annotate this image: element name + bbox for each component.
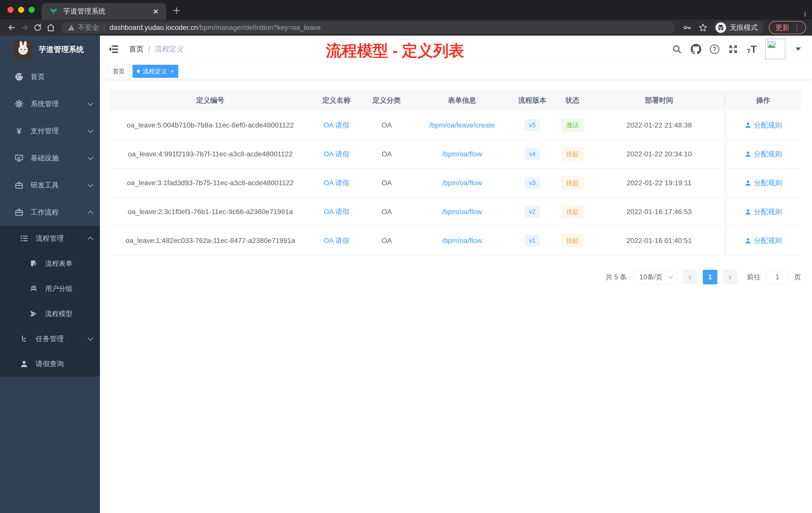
- user-icon: [745, 122, 752, 129]
- sidebar-item-payment[interactable]: ¥ 支付管理: [0, 117, 100, 145]
- sidebar-item-infra[interactable]: 基础设施: [0, 145, 100, 172]
- browser-toolbar: 不安全 dashboard.yudao.iocoder.cn/bpm/manag…: [0, 20, 812, 36]
- font-size-icon[interactable]: TT: [747, 44, 757, 54]
- fullscreen-icon[interactable]: [728, 44, 738, 55]
- status-badge: 挂起: [561, 234, 583, 247]
- sidebar-item-process-form[interactable]: 流程表单: [0, 251, 100, 276]
- user-icon: [745, 208, 752, 215]
- avatar-caret-icon[interactable]: [795, 48, 801, 51]
- back-icon[interactable]: [6, 22, 17, 33]
- tab-close-icon[interactable]: ×: [151, 6, 160, 16]
- sidebar-fold-icon[interactable]: [108, 44, 119, 55]
- sidebar: 芋道管理系统 首页 系统管理 ¥ 支付管理: [0, 36, 100, 513]
- window-controls: [0, 0, 42, 20]
- breadcrumb-home[interactable]: 首页: [129, 44, 144, 54]
- version-badge: v2: [525, 206, 540, 218]
- forward-icon[interactable]: [19, 22, 30, 33]
- reload-icon[interactable]: [32, 22, 43, 33]
- assign-rule-link[interactable]: 分配规则: [745, 120, 782, 130]
- sidebar-item-home[interactable]: 首页: [0, 63, 100, 90]
- sidebar-item-label: 支付管理: [31, 126, 88, 136]
- deploy-time: 2022-01-22 19:19:11: [592, 169, 726, 197]
- tag-label: 流程定义: [143, 67, 167, 75]
- dashboard-icon: [14, 72, 24, 81]
- sidebar-item-workflow[interactable]: 工作流程: [0, 199, 100, 226]
- help-icon[interactable]: ?: [710, 44, 719, 54]
- new-tab-button[interactable]: +: [173, 4, 180, 17]
- security-status[interactable]: 不安全: [68, 23, 99, 32]
- form-info-link[interactable]: /bpm/oa/flow: [442, 179, 482, 187]
- definition-table: 定义编号 定义名称 定义分类 表单信息 流程版本 状态 部署时间 操作 oa_l…: [109, 90, 801, 255]
- status-badge: 挂起: [561, 176, 583, 189]
- sidebar-item-label: 用户分组: [45, 284, 92, 293]
- user-icon: [745, 179, 752, 186]
- sidebar-menu: 首页 系统管理 ¥ 支付管理 基础设施: [0, 63, 100, 376]
- assign-rule-link[interactable]: 分配规则: [745, 149, 782, 159]
- search-icon[interactable]: [672, 44, 682, 55]
- annotation-overlay-text: 流程模型 - 定义列表: [326, 40, 464, 61]
- send-icon: [29, 309, 38, 318]
- column-header: 部署时间: [592, 90, 726, 111]
- logo-avatar: [14, 40, 32, 58]
- definition-id: oa_leave:4:991f2193-7b7f-11ec-a3c8-acde4…: [109, 140, 311, 168]
- users-icon: [29, 284, 38, 293]
- definition-id: oa_leave:2:3c1f0ef1-76b1-11ec-9c66-a2380…: [109, 198, 311, 226]
- sidebar-item-devtools[interactable]: 研发工具: [0, 172, 100, 199]
- goto-page-input[interactable]: [766, 270, 789, 284]
- assign-rule-link[interactable]: 分配规则: [745, 178, 782, 188]
- form-info-link[interactable]: /bpm/oa/flow: [442, 208, 482, 216]
- form-info-link[interactable]: /bpm/oa/flow: [442, 150, 482, 158]
- next-page-button[interactable]: ›: [723, 270, 737, 284]
- definition-name-link[interactable]: OA 请假: [324, 149, 349, 159]
- chevron-up-icon: [88, 211, 93, 216]
- tag-home[interactable]: 首页: [108, 65, 129, 78]
- column-header: 定义分类: [361, 90, 412, 111]
- deploy-time: 2022-01-22 21:48:38: [592, 111, 726, 139]
- definition-name-link[interactable]: OA 请假: [324, 207, 349, 217]
- browser-tabstrip: 芋道管理系统 × +: [0, 0, 812, 20]
- home-icon[interactable]: [45, 22, 56, 33]
- page-number-1[interactable]: 1: [703, 270, 717, 284]
- goto-label: 前往: [747, 273, 760, 281]
- close-window-button[interactable]: [7, 7, 13, 13]
- sidebar-item-process-mgmt[interactable]: 流程管理: [0, 226, 100, 251]
- sidebar-item-leave-query[interactable]: 请假查询: [0, 351, 100, 376]
- chrome-update-button[interactable]: 更新 ⋮: [769, 21, 806, 34]
- definition-name-link[interactable]: OA 请假: [324, 120, 349, 130]
- prev-page-button[interactable]: ‹: [683, 270, 697, 284]
- incognito-label: 无痕模式: [730, 23, 758, 32]
- form-info-link[interactable]: /bpm/oa/flow: [442, 237, 482, 245]
- browser-tab[interactable]: 芋道管理系统 ×: [42, 3, 166, 20]
- minimize-window-button[interactable]: [18, 7, 24, 13]
- sidebar-item-label: 首页: [31, 72, 92, 82]
- omnibox-divider: [104, 24, 105, 31]
- github-icon[interactable]: [691, 44, 701, 55]
- assign-rule-link[interactable]: 分配规则: [745, 207, 782, 217]
- sidebar-item-user-group[interactable]: 用户分组: [0, 276, 100, 301]
- definition-name-link[interactable]: OA 请假: [324, 236, 349, 245]
- user-icon: [20, 359, 29, 368]
- site-favicon-icon: [49, 7, 58, 16]
- workflow-submenu: 流程管理 流程表单 用户分组: [0, 226, 100, 376]
- breadcrumb-separator: /: [148, 45, 150, 53]
- bookmark-star-icon[interactable]: [697, 22, 708, 33]
- browser-menu-icon[interactable]: ⋮: [793, 24, 801, 32]
- sidebar-item-task-mgmt[interactable]: 任务管理: [0, 326, 100, 351]
- tag-close-icon[interactable]: ×: [171, 68, 174, 75]
- address-bar[interactable]: 不安全 dashboard.yudao.iocoder.cn/bpm/manag…: [61, 22, 675, 34]
- definition-category: OA: [361, 227, 412, 255]
- form-info-link[interactable]: /bpm/oa/leave/create: [429, 121, 495, 129]
- assign-rule-link[interactable]: 分配规则: [745, 236, 782, 245]
- incognito-badge[interactable]: 无痕模式: [714, 21, 764, 34]
- tab-search-icon[interactable]: [805, 11, 806, 16]
- toolbox-icon: [14, 181, 24, 190]
- zoom-window-button[interactable]: [29, 7, 35, 13]
- password-key-icon[interactable]: [682, 22, 693, 33]
- page-size-select[interactable]: 10条/页: [633, 270, 677, 284]
- app-logo[interactable]: 芋道管理系统: [0, 36, 100, 63]
- tag-process-definition[interactable]: 流程定义 ×: [133, 65, 178, 78]
- definition-name-link[interactable]: OA 请假: [324, 178, 349, 188]
- sidebar-item-process-model[interactable]: 流程模型: [0, 301, 100, 326]
- avatar[interactable]: [765, 39, 785, 60]
- sidebar-item-system[interactable]: 系统管理: [0, 90, 100, 117]
